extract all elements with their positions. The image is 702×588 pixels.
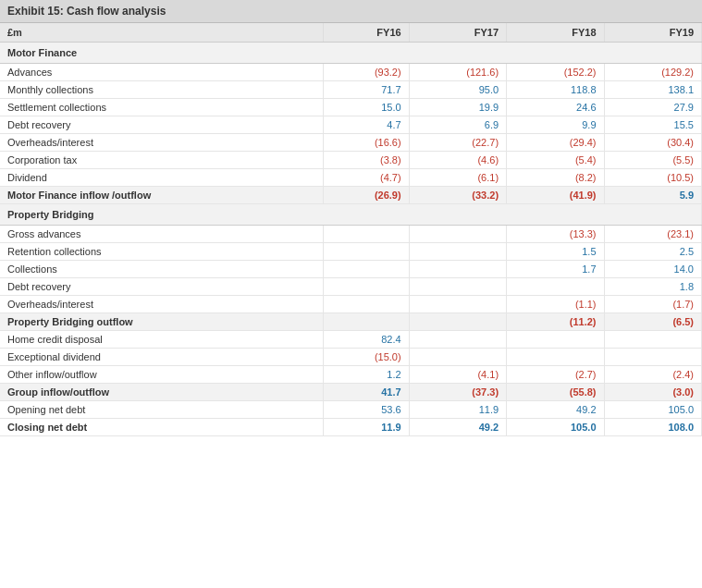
cell-fy18: 49.2 [507,401,604,419]
table-row: Property Bridging outflow(11.2)(6.5) [0,313,702,331]
cell-fy17 [409,261,506,278]
row-label: Opening net debt [0,401,323,419]
cash-flow-table: £m FY16 FY17 FY18 FY19 Motor FinanceAdva… [0,23,702,436]
cell-fy19: 105.0 [604,401,701,419]
row-label: Debt recovery [0,116,323,134]
cell-fy19: 138.1 [604,81,701,99]
cell-fy17: (121.6) [409,64,506,81]
cell-fy18: (55.8) [507,384,604,401]
cell-fy19: (3.0) [604,384,701,401]
cell-fy18 [507,331,604,349]
cell-fy18: (11.2) [507,313,604,331]
cell-fy18: 9.9 [507,116,604,134]
table-body: Motor FinanceAdvances(93.2)(121.6)(152.2… [0,43,702,436]
row-label: Group inflow/outflow [0,384,323,401]
row-label: Other inflow/outflow [0,366,323,384]
cell-fy17 [409,313,506,331]
cell-fy16: 53.6 [323,401,409,419]
cell-fy16: 1.2 [323,366,409,384]
cell-fy16: 71.7 [323,81,409,99]
cell-fy16: 4.7 [323,116,409,134]
cell-fy19: (30.4) [604,134,701,152]
section-label: Motor Finance [0,43,702,64]
table-row: Motor Finance inflow /outflow(26.9)(33.2… [0,187,702,204]
cell-fy17: (4.6) [409,152,506,169]
table-row: Group inflow/outflow41.7(37.3)(55.8)(3.0… [0,384,702,401]
cell-fy18: (8.2) [507,169,604,187]
cell-fy16: (16.6) [323,134,409,152]
col-fy19: FY19 [604,23,701,43]
table-row: Advances(93.2)(121.6)(152.2)(129.2) [0,64,702,81]
cell-fy17 [409,349,506,366]
table-row: Opening net debt53.611.949.2105.0 [0,401,702,419]
cell-fy18: 118.8 [507,81,604,99]
cell-fy17: 6.9 [409,116,506,134]
cell-fy16: (26.9) [323,187,409,204]
cell-fy18: (29.4) [507,134,604,152]
cell-fy18: 105.0 [507,419,604,436]
cell-fy19: 5.9 [604,187,701,204]
cell-fy17: (37.3) [409,384,506,401]
table-row: Overheads/interest(16.6)(22.7)(29.4)(30.… [0,134,702,152]
table-row: Corporation tax(3.8)(4.6)(5.4)(5.5) [0,152,702,169]
cell-fy16 [323,278,409,296]
col-fy17: FY17 [409,23,506,43]
row-label: Monthly collections [0,81,323,99]
cell-fy18: 1.5 [507,243,604,261]
cell-fy16: 11.9 [323,419,409,436]
cell-fy19: 108.0 [604,419,701,436]
table-row: Collections1.714.0 [0,261,702,278]
table-row: Settlement collections15.019.924.627.9 [0,99,702,116]
row-label: Settlement collections [0,99,323,116]
cell-fy16 [323,226,409,243]
cell-fy18: (13.3) [507,226,604,243]
cell-fy17: (4.1) [409,366,506,384]
table-row: Debt recovery4.76.99.915.5 [0,116,702,134]
cell-fy18: (2.7) [507,366,604,384]
cell-fy19: (5.5) [604,152,701,169]
cell-fy17: 49.2 [409,419,506,436]
cell-fy19: 2.5 [604,243,701,261]
cell-fy18: (5.4) [507,152,604,169]
table-row: Monthly collections71.795.0118.8138.1 [0,81,702,99]
row-label: Motor Finance inflow /outflow [0,187,323,204]
cell-fy19 [604,331,701,349]
cell-fy17: (33.2) [409,187,506,204]
table-row: Gross advances(13.3)(23.1) [0,226,702,243]
col-fy18: FY18 [507,23,604,43]
table-header-row: £m FY16 FY17 FY18 FY19 [0,23,702,43]
col-label: £m [0,23,323,43]
cell-fy18: 1.7 [507,261,604,278]
cell-fy17: 19.9 [409,99,506,116]
table-row: Motor Finance [0,43,702,64]
table-row: Other inflow/outflow1.2(4.1)(2.7)(2.4) [0,366,702,384]
cell-fy18 [507,349,604,366]
cell-fy19: (10.5) [604,169,701,187]
cell-fy19: (23.1) [604,226,701,243]
cell-fy19: (2.4) [604,366,701,384]
cell-fy16: (4.7) [323,169,409,187]
row-label: Home credit disposal [0,331,323,349]
cell-fy17 [409,278,506,296]
cell-fy18: 24.6 [507,99,604,116]
cell-fy16 [323,296,409,313]
cell-fy18: (41.9) [507,187,604,204]
col-fy16: FY16 [323,23,409,43]
cell-fy18: (152.2) [507,64,604,81]
exhibit-title: Exhibit 15: Cash flow analysis [0,0,702,23]
cell-fy16: 15.0 [323,99,409,116]
table-row: Dividend(4.7)(6.1)(8.2)(10.5) [0,169,702,187]
cell-fy16 [323,261,409,278]
cell-fy16 [323,313,409,331]
cell-fy19 [604,349,701,366]
cell-fy19: 27.9 [604,99,701,116]
cell-fy19: (129.2) [604,64,701,81]
section-label: Property Bridging [0,204,702,226]
cell-fy16: 82.4 [323,331,409,349]
cell-fy19: 1.8 [604,278,701,296]
row-label: Corporation tax [0,152,323,169]
table-row: Overheads/interest(1.1)(1.7) [0,296,702,313]
table-row: Property Bridging [0,204,702,226]
cell-fy16: (3.8) [323,152,409,169]
cell-fy18: (1.1) [507,296,604,313]
